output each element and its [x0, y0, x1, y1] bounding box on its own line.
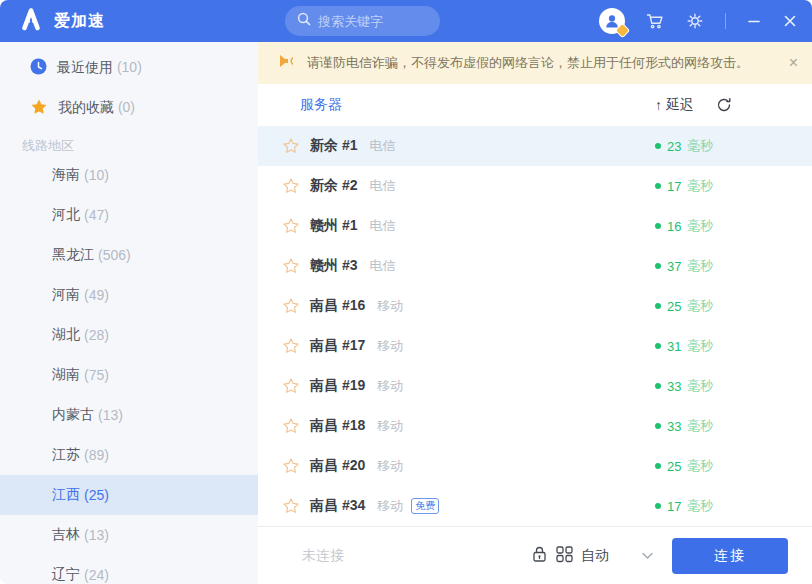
region-name: 江苏: [52, 446, 80, 464]
favorite-star-icon[interactable]: [282, 497, 300, 515]
favorite-star-icon[interactable]: [282, 297, 300, 315]
sidebar-item-recent[interactable]: 最近使用 (10): [0, 48, 258, 88]
server-row[interactable]: 南昌 #17移动31毫秒: [258, 326, 812, 366]
region-name: 河南: [52, 286, 80, 304]
refresh-icon[interactable]: [716, 97, 732, 113]
region-item[interactable]: 湖南(75): [0, 355, 258, 395]
latency-dot-icon: [655, 263, 661, 269]
latency-unit: 毫秒: [687, 457, 713, 475]
region-item[interactable]: 河北(47): [0, 195, 258, 235]
sidebar-item-favorites[interactable]: 我的收藏 (0): [0, 88, 258, 128]
megaphone-icon: [278, 53, 296, 73]
latency-value: 33: [667, 419, 681, 434]
region-item[interactable]: 黑龙江(506): [0, 235, 258, 275]
region-name: 河北: [52, 206, 80, 224]
latency-dot-icon: [655, 143, 661, 149]
logo-icon: [18, 6, 44, 36]
mode-selector[interactable]: 自动: [531, 545, 609, 567]
topbar: 爱加速: [0, 0, 812, 42]
latency-unit: 毫秒: [687, 417, 713, 435]
latency-dot-icon: [655, 383, 661, 389]
region-count: (49): [84, 287, 109, 303]
region-item[interactable]: 内蒙古(13): [0, 395, 258, 435]
server-row[interactable]: 南昌 #16移动25毫秒: [258, 286, 812, 326]
latency-value: 16: [667, 219, 681, 234]
favorite-star-icon[interactable]: [282, 417, 300, 435]
favorite-star-icon[interactable]: [282, 177, 300, 195]
region-item[interactable]: 辽宁(24): [0, 555, 258, 584]
favorite-star-icon[interactable]: [282, 217, 300, 235]
server-latency: 25毫秒: [655, 457, 713, 475]
latency-unit: 毫秒: [687, 497, 713, 515]
server-row[interactable]: 南昌 #18移动33毫秒: [258, 406, 812, 446]
connect-button[interactable]: 连接: [672, 538, 788, 574]
close-icon[interactable]: [782, 13, 798, 29]
server-row[interactable]: 新余 #1电信23毫秒: [258, 126, 812, 166]
favorite-star-icon[interactable]: [282, 377, 300, 395]
server-list-header: 服务器 ↑ 延迟: [258, 84, 812, 126]
region-count: (25): [84, 487, 109, 503]
server-name: 南昌 #18: [310, 417, 365, 435]
topbar-divider: [725, 13, 726, 29]
region-item[interactable]: 河南(49): [0, 275, 258, 315]
server-name: 新余 #2: [310, 177, 357, 195]
server-latency: 17毫秒: [655, 177, 713, 195]
region-item[interactable]: 湖北(28): [0, 315, 258, 355]
server-carrier: 电信: [369, 137, 395, 155]
free-badge: 免费: [411, 498, 439, 514]
latency-dot-icon: [655, 503, 661, 509]
region-item[interactable]: 江西(25): [0, 475, 258, 515]
search-box[interactable]: [285, 6, 440, 36]
search-input[interactable]: [318, 14, 428, 29]
server-name: 赣州 #1: [310, 217, 357, 235]
favorite-star-icon[interactable]: [282, 457, 300, 475]
column-latency-sort[interactable]: ↑ 延迟: [655, 96, 694, 114]
latency-unit: 毫秒: [687, 337, 713, 355]
server-row[interactable]: 南昌 #19移动33毫秒: [258, 366, 812, 406]
server-row[interactable]: 南昌 #20移动25毫秒: [258, 446, 812, 486]
region-count: (24): [84, 567, 109, 583]
recent-label: 最近使用: [57, 59, 113, 75]
server-latency: 17毫秒: [655, 497, 713, 515]
app-title: 爱加速: [54, 11, 105, 32]
avatar[interactable]: [599, 8, 625, 34]
main-panel: 请谨防电信诈骗，不得发布虚假的网络言论，禁止用于任何形式的网络攻击。 × 服务器…: [258, 42, 812, 584]
server-carrier: 移动: [377, 377, 403, 395]
search-icon: [297, 12, 311, 30]
region-item[interactable]: 海南(10): [0, 155, 258, 195]
server-row[interactable]: 南昌 #34移动免费17毫秒: [258, 486, 812, 526]
favorite-star-icon[interactable]: [282, 337, 300, 355]
topbar-actions: [599, 8, 798, 34]
latency-unit: 毫秒: [687, 297, 713, 315]
server-name: 新余 #1: [310, 137, 357, 155]
favorite-star-icon[interactable]: [282, 257, 300, 275]
region-name: 湖南: [52, 366, 80, 384]
region-item[interactable]: 吉林(13): [0, 515, 258, 555]
server-carrier: 移动: [377, 457, 403, 475]
chevron-down-icon[interactable]: [641, 551, 654, 560]
latency-dot-icon: [655, 343, 661, 349]
region-section-label: 线路地区: [0, 128, 258, 155]
region-item[interactable]: 江苏(89): [0, 435, 258, 475]
sort-ascending-icon: ↑: [655, 97, 662, 113]
latency-value: 25: [667, 459, 681, 474]
banner-close-icon[interactable]: ×: [789, 55, 798, 71]
statusbar: 未连接 自动: [258, 526, 812, 584]
column-server[interactable]: 服务器: [300, 96, 342, 114]
server-row[interactable]: 新余 #2电信17毫秒: [258, 166, 812, 206]
server-latency: 25毫秒: [655, 297, 713, 315]
server-row[interactable]: 赣州 #1电信16毫秒: [258, 206, 812, 246]
favorite-star-icon[interactable]: [282, 137, 300, 155]
server-row[interactable]: 赣州 #3电信37毫秒: [258, 246, 812, 286]
gear-icon[interactable]: [685, 11, 705, 31]
minimize-icon[interactable]: [746, 13, 762, 29]
server-carrier: 移动: [377, 417, 403, 435]
app-window: 爱加速: [0, 0, 812, 584]
server-name: 南昌 #34: [310, 497, 365, 515]
cart-icon[interactable]: [645, 11, 665, 31]
region-count: (47): [84, 207, 109, 223]
latency-dot-icon: [655, 183, 661, 189]
connection-status: 未连接: [302, 547, 344, 565]
server-name: 南昌 #16: [310, 297, 365, 315]
latency-value: 17: [667, 499, 681, 514]
